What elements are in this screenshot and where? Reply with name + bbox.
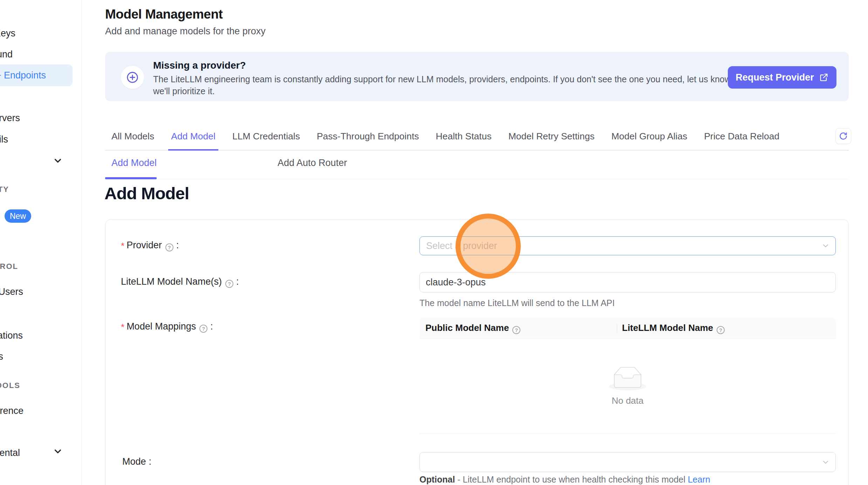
help-icon[interactable]: ? xyxy=(717,326,725,334)
mode-help-text: Optional - LiteLLM endpoint to use when … xyxy=(419,474,710,485)
missing-provider-banner: Missing a provider? The LiteLLM engineer… xyxy=(105,52,849,101)
model-names-label: LiteLLM Model Name(s)?: xyxy=(121,276,239,288)
provider-label: *Provider?: xyxy=(121,240,179,251)
column-label: Public Model Name xyxy=(425,323,509,333)
required-marker: * xyxy=(121,241,124,251)
refresh-button[interactable] xyxy=(835,128,851,144)
model-mappings-label-text: Model Mappings xyxy=(127,321,196,332)
banner-description-line1: The LiteLLM engineering team is constant… xyxy=(153,74,748,84)
sidebar-divider xyxy=(81,0,82,485)
column-divider xyxy=(617,324,617,333)
tab-price-data-reload[interactable]: Price Data Reload xyxy=(701,127,782,151)
help-icon[interactable]: ? xyxy=(199,325,207,333)
required-marker: * xyxy=(121,322,124,332)
tab-model-retry-settings[interactable]: Model Retry Settings xyxy=(506,127,597,151)
model-mappings-label: *Model Mappings?: xyxy=(121,321,213,333)
new-badge: New xyxy=(5,209,31,223)
model-mappings-table: Public Model Name? LiteLLM Model Name? xyxy=(419,318,836,434)
sidebar-item-teams[interactable]: s xyxy=(0,351,3,362)
refresh-icon xyxy=(839,131,848,141)
mode-help-rest: - LiteLLM endpoint to use when health ch… xyxy=(457,474,685,484)
column-label: LiteLLM Model Name xyxy=(622,323,713,333)
sidebar-item-inference[interactable]: erence xyxy=(0,406,23,416)
request-provider-label: Request Provider xyxy=(736,72,814,83)
learn-link[interactable]: Learn xyxy=(688,474,710,484)
sidebar-item-label: + Endpoints xyxy=(0,70,46,81)
sidebar-section-observability: TY xyxy=(0,185,9,194)
help-icon[interactable]: ? xyxy=(225,280,233,288)
provider-label-text: Provider xyxy=(127,240,162,250)
mappings-table-header: Public Model Name? LiteLLM Model Name? xyxy=(419,318,836,339)
sidebar-item-guardrails[interactable]: ils xyxy=(0,134,8,145)
tab-health-status[interactable]: Health Status xyxy=(433,127,494,151)
model-management-page: Keys und + Endpoints rvers ils TY New TR… xyxy=(0,0,868,485)
banner-title: Missing a provider? xyxy=(153,60,246,71)
add-model-subtabs: Add Model Add Auto Router xyxy=(105,154,849,179)
add-model-form-card: *Provider?: Select a provider LiteLLM Mo… xyxy=(105,219,849,485)
column-public-model-name: Public Model Name? xyxy=(419,323,522,334)
external-link-icon xyxy=(819,72,829,82)
provider-placeholder: Select a provider xyxy=(426,241,497,251)
sidebar-item-playground[interactable]: und xyxy=(0,49,13,60)
help-icon[interactable]: ? xyxy=(512,326,520,334)
chevron-down-icon xyxy=(821,242,830,250)
chevron-down-icon[interactable] xyxy=(53,446,63,457)
tab-pass-through-endpoints[interactable]: Pass-Through Endpoints xyxy=(314,127,422,151)
tab-add-model[interactable]: Add Model xyxy=(168,127,218,151)
page-subtitle: Add and manage models for the proxy xyxy=(105,26,266,37)
mappings-empty-state: No data xyxy=(419,339,836,434)
model-name-input[interactable] xyxy=(419,272,836,292)
add-model-heading: Add Model xyxy=(104,183,189,203)
subtab-add-auto-router[interactable]: Add Auto Router xyxy=(278,158,347,168)
label-colon: : xyxy=(176,240,179,250)
request-provider-button[interactable]: Request Provider xyxy=(728,66,836,89)
mode-help-bold: Optional xyxy=(419,474,455,484)
mode-label: Mode: xyxy=(122,456,151,467)
page-title: Model Management xyxy=(105,7,223,22)
help-icon[interactable]: ? xyxy=(165,243,173,251)
empty-box-icon xyxy=(609,367,646,390)
sidebar-item-servers[interactable]: rvers xyxy=(0,113,20,124)
column-litellm-model-name: LiteLLM Model Name? xyxy=(622,323,727,334)
sidebar-item-keys[interactable]: Keys xyxy=(0,28,15,39)
subtab-add-model[interactable]: Add Model xyxy=(111,158,157,168)
sidebar-item-users[interactable]: Users xyxy=(0,286,23,297)
sidebar-section-tools: OOLS xyxy=(0,381,20,390)
sidebar-item-endpoints-active[interactable]: + Endpoints xyxy=(0,64,73,86)
model-tabs: All Models Add Model LLM Credentials Pas… xyxy=(105,127,849,151)
label-colon: : xyxy=(210,321,213,332)
mode-select[interactable] xyxy=(419,452,836,472)
sidebar-item-organizations[interactable]: ations xyxy=(0,330,23,341)
model-names-label-text: LiteLLM Model Name(s) xyxy=(121,276,222,287)
sidebar-section-access-control: TROL xyxy=(0,262,18,271)
sidebar-item-experimental[interactable]: ental xyxy=(0,448,20,458)
tab-all-models[interactable]: All Models xyxy=(109,127,157,151)
mode-label-text: Mode xyxy=(122,456,146,467)
provider-select[interactable]: Select a provider xyxy=(419,236,836,255)
chevron-down-icon[interactable] xyxy=(53,155,63,166)
label-colon: : xyxy=(236,276,239,287)
active-subtab-underline xyxy=(105,177,157,179)
chevron-down-icon xyxy=(821,458,830,466)
tab-model-group-alias[interactable]: Model Group Alias xyxy=(609,127,690,151)
banner-description-line2: we'll prioritize it. xyxy=(153,86,215,96)
plus-circle-badge xyxy=(121,66,144,89)
model-name-help-text: The model name LiteLLM will send to the … xyxy=(419,298,615,308)
sidebar: Keys und + Endpoints rvers ils TY New TR… xyxy=(0,0,82,485)
tab-llm-credentials[interactable]: LLM Credentials xyxy=(230,127,303,151)
label-colon: : xyxy=(149,456,152,467)
no-data-text: No data xyxy=(611,395,643,406)
plus-circle-icon xyxy=(126,71,139,84)
